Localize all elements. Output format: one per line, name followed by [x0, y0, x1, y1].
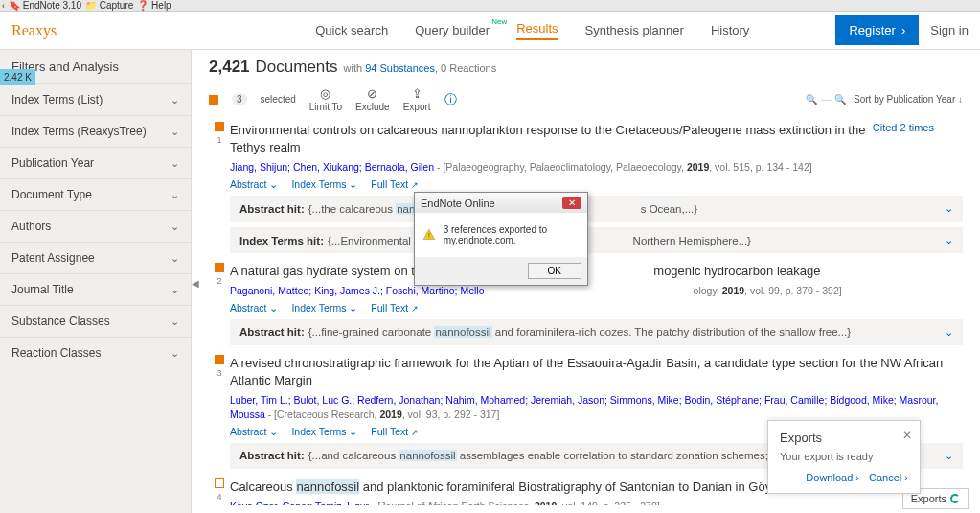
left-count-badge[interactable]: 2.42 K [0, 69, 35, 85]
abstract-hit: Abstract hit: {...fine-grained carbonate… [230, 319, 963, 345]
new-badge: New [491, 17, 507, 26]
result-title[interactable]: Environmental controls on calcareous nan… [230, 122, 963, 156]
filters-sidebar: Filters and Analysis Index Terms (List)⌄… [0, 50, 192, 513]
dialog-titlebar[interactable]: EndNote Online ✕ [415, 193, 587, 213]
close-icon[interactable]: ✕ [902, 429, 912, 442]
full-text-link[interactable]: Full Text ↗ [371, 178, 419, 190]
abstract-link[interactable]: Abstract ⌄ [230, 302, 278, 314]
zoom-out-icon[interactable]: 🔍 [806, 94, 817, 105]
signin-link[interactable]: Sign in [930, 23, 969, 37]
filter-doctype[interactable]: Document Type⌄ [0, 178, 191, 210]
expand-hit-icon[interactable]: ⌄ [945, 326, 953, 338]
logo[interactable]: Reaxys [11, 22, 57, 39]
selected-label: selected [261, 94, 296, 105]
doc-count: 2,421 [209, 58, 250, 77]
top-nav: Reaxys Quick search Query builderNew Res… [0, 12, 980, 50]
abstract-link[interactable]: Abstract ⌄ [230, 426, 278, 437]
chevron-down-icon: ⌄ [171, 221, 179, 233]
chevron-down-icon: ⌄ [171, 126, 179, 138]
svg-text:!: ! [428, 232, 430, 239]
substances-link[interactable]: 94 Substances [365, 62, 435, 74]
expand-hit-icon[interactable]: ⌄ [945, 450, 953, 462]
chevron-right-icon: › [901, 23, 905, 37]
chevron-down-icon: ⌄ [171, 94, 179, 106]
external-icon: ↗ [411, 304, 419, 314]
filter-index-tree[interactable]: Index Terms (ReaxysTree)⌄ [0, 115, 191, 147]
full-text-link[interactable]: Full Text ↗ [371, 426, 419, 437]
export-button[interactable]: ⇪Export [403, 86, 431, 112]
nav-query-builder[interactable]: Query builderNew [415, 23, 490, 37]
nav-synthesis[interactable]: Synthesis planner [585, 23, 684, 37]
select-all-checkbox[interactable] [209, 95, 218, 105]
chevron-down-icon: ⌄ [171, 189, 179, 201]
abstract-link[interactable]: Abstract ⌄ [230, 178, 278, 190]
limit-to-button[interactable]: ◎Limit To [309, 86, 342, 112]
cancel-link[interactable]: Cancel › [869, 472, 908, 483]
author-link[interactable]: Jiang, Shijun; Chen, Xiukang; Bernaola, … [230, 161, 434, 173]
author-link[interactable]: Paganoni, Matteo; King, James J.; Foschi… [230, 285, 485, 296]
filter-year[interactable]: Publication Year⌄ [0, 147, 191, 178]
close-icon[interactable]: ✕ [562, 197, 581, 209]
result-title[interactable]: A revised chronostratigraphic framework … [230, 355, 963, 389]
author-link[interactable]: Kaya Ozer, Caner; Temiz, Ugur [230, 501, 369, 505]
result-authors: Luber, Tim L.; Bulot, Luc G.; Redfern, J… [230, 393, 963, 421]
filter-journal[interactable]: Journal Title⌄ [0, 273, 191, 305]
expand-hit-icon[interactable]: ⌄ [945, 202, 953, 215]
spinner-icon [950, 494, 960, 503]
external-icon: ↗ [411, 428, 419, 437]
filter-authors[interactable]: Authors⌄ [0, 210, 191, 242]
sub-counts: with 94 Substances, 0 Reactions [344, 62, 497, 74]
exclude-button[interactable]: ⊘Exclude [355, 86, 390, 112]
bookmark-endnote[interactable]: 🔖 EndNote 3.10 [9, 0, 81, 11]
index-terms-link[interactable]: Index Terms ⌄ [291, 302, 357, 314]
expand-hit-icon[interactable]: ⌄ [945, 234, 953, 246]
back-chevron-icon[interactable]: ‹ [2, 1, 5, 11]
sort-dropdown[interactable]: Sort by Publication Year ↓ [854, 94, 963, 105]
info-icon[interactable]: ⓘ [444, 91, 457, 108]
zoom-slider[interactable]: — [821, 94, 831, 105]
ok-button[interactable]: OK [528, 263, 581, 279]
result-checkbox[interactable] [215, 355, 224, 364]
dialog-title: EndNote Online [421, 198, 495, 209]
toast-message: Your export is ready [780, 451, 908, 462]
nav-quick-search[interactable]: Quick search [315, 23, 388, 37]
download-link[interactable]: Download › [806, 472, 859, 483]
selected-count: 3 [232, 93, 247, 105]
filter-index-list[interactable]: Index Terms (List)⌄ [0, 83, 191, 115]
index-terms-link[interactable]: Index Terms ⌄ [291, 178, 357, 190]
chevron-down-icon: ⌄ [171, 315, 179, 328]
exclude-icon: ⊘ [367, 86, 377, 101]
chevron-down-icon: ⌄ [171, 347, 179, 360]
result-checkbox[interactable] [215, 478, 224, 488]
index-terms-link[interactable]: Index Terms ⌄ [291, 426, 357, 437]
exports-toast: ✕ Exports Your export is ready Download … [767, 420, 921, 494]
cited-link[interactable]: Cited 2 times [873, 122, 934, 133]
chevron-down-icon: ⌄ [171, 252, 179, 265]
browser-tab-bar: ‹ 🔖 EndNote 3.10 📁 Capture ❓ Help [0, 0, 980, 12]
result-checkbox[interactable] [215, 122, 224, 131]
result-checkbox[interactable] [215, 263, 224, 272]
result-number: 4 [217, 492, 221, 501]
zoom-in-icon[interactable]: 🔍 [834, 94, 846, 105]
sidebar-collapse-caret[interactable]: ◀ [192, 278, 199, 289]
abstract-hit: Abstract hit: {...the calcareous nannofo… [230, 196, 963, 222]
bookmark-capture[interactable]: 📁 Capture [85, 0, 133, 11]
result-authors: Paganoni, Matteo; King, James J.; Foschi… [230, 284, 963, 298]
nav-results[interactable]: Results [516, 21, 558, 40]
filter-substance[interactable]: Substance Classes⌄ [0, 305, 191, 337]
external-icon: ↗ [411, 180, 419, 190]
full-text-link[interactable]: Full Text ↗ [371, 302, 419, 314]
chevron-down-icon: ⌄ [171, 284, 179, 296]
target-icon: ◎ [320, 86, 330, 101]
nav-history[interactable]: History [711, 23, 749, 37]
results-toolbar: 3 selected ◎Limit To ⊘Exclude ⇪Export ⓘ … [209, 86, 963, 112]
bookmark-help[interactable]: ❓ Help [137, 0, 171, 11]
doc-label: Documents [256, 58, 338, 77]
result-number: 3 [217, 368, 221, 378]
upload-icon: ⇪ [412, 86, 422, 101]
warning-icon: ! [422, 226, 436, 244]
register-button[interactable]: Register › [835, 15, 919, 45]
result-title[interactable]: A natural gas hydrate system on the Exmo… [230, 263, 963, 280]
filter-assignee[interactable]: Patent Assignee⌄ [0, 242, 191, 273]
filter-reaction[interactable]: Reaction Classes⌄ [0, 337, 191, 368]
